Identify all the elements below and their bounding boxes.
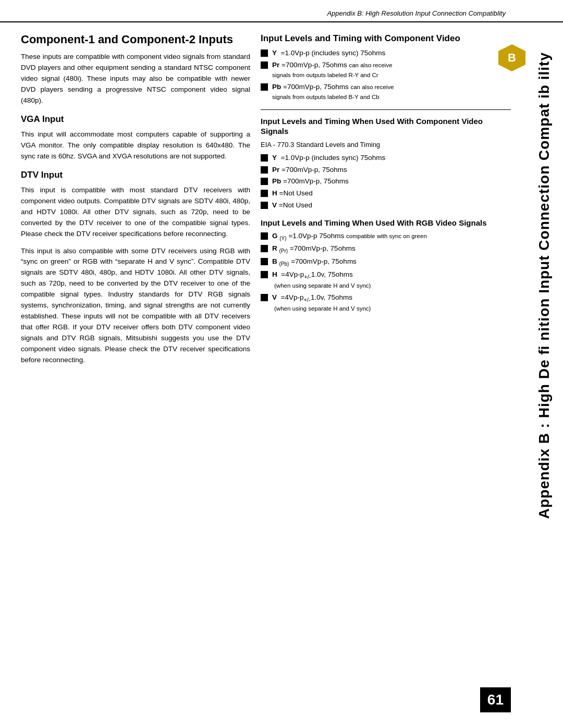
rgb-signals-bullets: G (Y) =1.0Vp-p 75ohms compatible with sy… — [261, 231, 511, 314]
page-number: 61 — [480, 687, 511, 712]
bullet-rgb-g: G (Y) =1.0Vp-p 75ohms compatible with sy… — [261, 231, 511, 242]
bullet-square-icon — [261, 154, 268, 162]
main-content: Component-1 and Component-2 Inputs These… — [0, 28, 563, 378]
bullet-square-icon — [261, 50, 268, 57]
rgb-signals-title: Input Levels and Timing When Used With R… — [261, 218, 511, 228]
component-video-signals-title: Input Levels and Timing When Used With C… — [261, 116, 511, 137]
bullet-square-icon — [261, 190, 268, 197]
bullet-rgb-g-text: G (Y) =1.0Vp-p 75ohms compatible with sy… — [272, 231, 511, 242]
bullet-cv-v: V =Not Used — [261, 201, 511, 211]
bullet-cv-y: Y =1.0Vp-p (includes sync) 75ohms — [261, 153, 511, 163]
bullet-square-icon — [261, 166, 268, 174]
bullet-y-top-text: Y =1.0Vp-p (includes sync) 75ohms — [272, 48, 511, 58]
component-video-top-title: Input Levels and Timing with Component V… — [261, 33, 511, 44]
bullet-rgb-r: R (Pr) =700mVp-p, 75ohms — [261, 244, 511, 255]
dtv-section: DTV Input This input is compatible with … — [21, 169, 250, 366]
dtv-body2: This input is also compatible with some … — [21, 246, 250, 366]
sidebar-rotated: Appendix B : High De ﬁ nition Input Conn… — [525, 42, 563, 667]
bullet-cv-y-text: Y =1.0Vp-p (includes sync) 75ohms — [272, 153, 511, 163]
bullet-rgb-v: V =4Vp-p+/-1.0v, 75ohms(when using separ… — [261, 293, 511, 314]
bullet-square-icon — [261, 245, 268, 252]
bullet-rgb-r-text: R (Pr) =700mVp-p, 75ohms — [272, 244, 511, 255]
bullet-square-icon — [261, 271, 268, 278]
vga-section: VGA Input This input will accommodate mo… — [21, 114, 250, 162]
component-inputs-title: Component-1 and Component-2 Inputs — [21, 33, 250, 46]
bullet-pr-top: Pr =700mVp-p, 75ohms can also receivesig… — [261, 60, 511, 80]
bullet-square-icon — [261, 83, 268, 91]
component-video-top-section: Input Levels and Timing with Component V… — [261, 33, 511, 102]
bullet-cv-pr-text: Pr =700mVp-p, 75ohms — [272, 165, 511, 175]
page-header: Appendix B: High Resolution Input Connec… — [0, 0, 563, 22]
left-column: Component-1 and Component-2 Inputs These… — [21, 33, 250, 373]
rgb-signals-section: Input Levels and Timing When Used With R… — [261, 218, 511, 314]
bullet-rgb-h-text: H =4Vp-p+/-1.0v, 75ohms(when using separ… — [272, 270, 511, 291]
bullet-cv-v-text: V =Not Used — [272, 201, 511, 211]
bullet-cv-pb: Pb =700mVp-p, 75ohms — [261, 177, 511, 187]
bullet-square-icon — [261, 61, 268, 69]
bullet-y-top: Y =1.0Vp-p (includes sync) 75ohms — [261, 48, 511, 58]
bullet-rgb-v-text: V =4Vp-p+/-1.0v, 75ohms(when using separ… — [272, 293, 511, 314]
bullet-rgb-b: B (Pb) =700mVp-p, 75ohms — [261, 257, 511, 268]
component-video-signals-section: Input Levels and Timing When Used With C… — [261, 116, 511, 211]
bullet-rgb-h: H =4Vp-p+/-1.0v, 75ohms(when using separ… — [261, 270, 511, 291]
badge-letter: B — [508, 51, 516, 65]
component-video-top-bullets: Y =1.0Vp-p (includes sync) 75ohms Pr =70… — [261, 48, 511, 102]
bullet-pb-top: Pb =700mVp-p, 75ohms can also receivesig… — [261, 82, 511, 102]
vga-title: VGA Input — [21, 114, 250, 125]
bullet-rgb-b-text: B (Pb) =700mVp-p, 75ohms — [272, 257, 511, 268]
bullet-cv-pr: Pr =700mVp-p, 75ohms — [261, 165, 511, 175]
bullet-square-icon — [261, 232, 268, 240]
component-inputs-body: These inputs are compatible with compone… — [21, 52, 250, 106]
dtv-body1: This input is compatible with most stand… — [21, 185, 250, 240]
divider-1 — [261, 109, 511, 110]
header-text: Appendix B: High Resolution Input Connec… — [327, 9, 506, 17]
vga-body: This input will accommodate most compute… — [21, 129, 250, 162]
bullet-square-icon — [261, 178, 268, 185]
right-column: Input Levels and Timing with Component V… — [261, 33, 553, 373]
bullet-cv-h: H =Not Used — [261, 189, 511, 199]
bullet-pb-top-text: Pb =700mVp-p, 75ohms can also receivesig… — [272, 82, 511, 102]
bullet-pr-top-text: Pr =700mVp-p, 75ohms can also receivesig… — [272, 60, 511, 80]
dtv-title: DTV Input — [21, 169, 250, 181]
bullet-square-icon — [261, 294, 268, 301]
bullet-cv-pb-text: Pb =700mVp-p, 75ohms — [272, 177, 511, 187]
component-video-signals-bullets: Y =1.0Vp-p (includes sync) 75ohms Pr =70… — [261, 153, 511, 211]
sidebar-label: Appendix B : High De ﬁ nition Input Conn… — [537, 52, 552, 519]
component-inputs-section: Component-1 and Component-2 Inputs These… — [21, 33, 250, 106]
eia-note: EIA - 770.3 Standard Levels and Timing — [261, 140, 511, 150]
bullet-cv-h-text: H =Not Used — [272, 189, 511, 199]
bullet-square-icon — [261, 258, 268, 265]
bullet-square-icon — [261, 202, 268, 209]
